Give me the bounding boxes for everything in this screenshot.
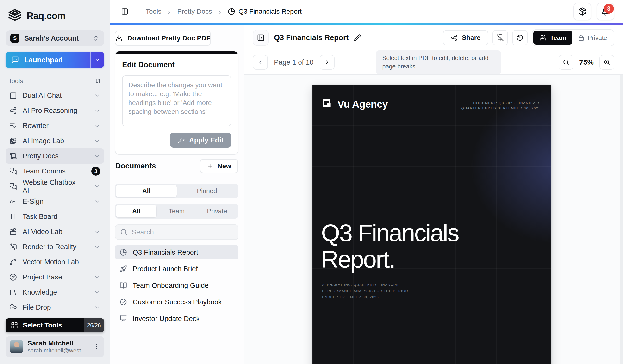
download-icon <box>115 35 123 42</box>
package-search-button[interactable] <box>574 3 591 21</box>
zoom-out-button[interactable] <box>558 55 574 70</box>
pdf-subtitle-line2: PERFORMANCE ANALYSIS FOR THE PERIOD <box>322 288 408 294</box>
visibility-private-button[interactable]: Private <box>572 31 613 45</box>
tab-private[interactable]: Private <box>197 205 237 217</box>
tab-all[interactable]: All <box>116 185 177 197</box>
list-item-investor-update[interactable]: Investor Update Deck <box>115 311 238 326</box>
sidebar-item-e-sign[interactable]: E-Sign <box>5 194 104 209</box>
unpin-button[interactable] <box>492 30 508 45</box>
sidebar-item-render-to-reality[interactable]: Render to Reality <box>5 239 104 255</box>
collapse-panel-button[interactable] <box>253 30 269 46</box>
breadcrumb-pretty-docs[interactable]: Pretty Docs <box>177 8 212 15</box>
user-card[interactable]: Sarah Mitchell sarah.mitchell@westbur... <box>5 336 104 357</box>
pdf-divider-rule <box>322 213 353 213</box>
messages-icon <box>9 168 17 175</box>
columns-icon <box>9 92 17 99</box>
account-label: Sarah's Account <box>24 34 88 42</box>
list-item-customer-success[interactable]: Customer Success Playbook <box>115 295 238 309</box>
pdf-meta-line1: DOCUMENT: Q3 2025 FINANCIALS <box>462 100 541 106</box>
account-switcher[interactable]: S Sarah's Account <box>5 30 104 46</box>
sidebar-item-ai-pro-reasoning[interactable]: AI Pro Reasoning <box>5 103 104 118</box>
select-tools-main[interactable]: Select Tools <box>5 318 84 332</box>
list-item-q3-financials[interactable]: Q3 Financials Report <box>115 245 238 259</box>
page-navigation-bar: Page 1 of 10 Select text in PDF to edit,… <box>244 50 623 75</box>
sidebar-toggle-icon[interactable] <box>121 7 129 16</box>
sidebar-item-ai-image-lab[interactable]: AI Image Lab <box>5 133 104 149</box>
sidebar-bottom: Select Tools 26/26 Sarah Mitchell sarah.… <box>5 318 104 357</box>
sort-icon[interactable] <box>95 78 101 84</box>
pdf-page[interactable]: Vu Agency DOCUMENT: Q3 2025 FINANCIALS Q… <box>312 85 551 364</box>
chevron-right-icon <box>167 9 172 14</box>
images-icon <box>9 137 17 145</box>
launchpad-main[interactable]: Launchpad <box>5 52 90 68</box>
sidebar-item-dual-ai-chat[interactable]: Dual AI Chat <box>5 88 104 103</box>
chevron-down-icon <box>94 289 100 296</box>
download-pdf-label: Download Pretty Doc PDF <box>127 34 210 42</box>
tab-team[interactable]: Team <box>156 205 197 217</box>
share-button[interactable]: Share <box>443 30 488 45</box>
tools-nav: Dual AI Chat AI Pro Reasoning Rewriter A… <box>5 88 104 330</box>
scrollbar[interactable] <box>620 75 623 364</box>
visibility-team-button[interactable]: Team <box>533 31 572 45</box>
main-area: Tools Pretty Docs Q3 Financials Report 3 <box>110 0 623 364</box>
brand: Raq.com <box>5 0 104 23</box>
user-meta: Sarah Mitchell sarah.mitchell@westbur... <box>28 340 89 354</box>
tab-all[interactable]: All <box>116 205 156 217</box>
sidebar-item-task-board[interactable]: Task Board <box>5 209 104 224</box>
lock-icon <box>578 35 584 41</box>
zoom-out-icon <box>563 59 569 65</box>
sidebar-item-project-base[interactable]: Project Base <box>5 270 104 285</box>
pdf-canvas[interactable]: Vu Agency DOCUMENT: Q3 2025 FINANCIALS Q… <box>244 75 623 364</box>
new-document-button[interactable]: New <box>200 159 238 173</box>
chevron-down-icon <box>94 229 100 235</box>
chevron-down-icon <box>94 274 100 280</box>
download-pdf-button[interactable]: Download Pretty Doc PDF <box>115 31 211 46</box>
chevron-down-icon <box>94 198 100 205</box>
notifications-button[interactable]: 3 <box>597 3 614 21</box>
sidebar-item-vector-motion-lab[interactable]: Vector Motion Lab <box>5 255 104 270</box>
sidebar-item-ai-video-lab[interactable]: AI Video Lab <box>5 224 104 239</box>
pdf-meta-line2: QUARTER ENDED SEPTEMBER 30, 2025 <box>462 106 541 111</box>
sidebar-item-website-chatbox-ai[interactable]: Website Chatbox AI <box>5 179 104 194</box>
list-item-label: Investor Update Deck <box>133 315 200 323</box>
sidebar-item-team-comms[interactable]: Team Comms 3 <box>5 164 104 179</box>
apply-edit-label: Apply Edit <box>189 136 223 144</box>
sidebar-item-pretty-docs[interactable]: Pretty Docs <box>5 149 104 164</box>
apply-edit-button[interactable]: Apply Edit <box>170 133 231 148</box>
list-checks-icon <box>9 122 17 129</box>
sidebar-item-knowledge[interactable]: Knowledge <box>5 285 104 300</box>
sidebar-item-rewriter[interactable]: Rewriter <box>5 118 104 133</box>
launchpad-button[interactable]: Launchpad <box>5 52 104 68</box>
visibility-private-label: Private <box>588 34 607 42</box>
document-tools-panel: Download Pretty Doc PDF Edit Document Ap… <box>110 25 244 364</box>
previous-page-button[interactable] <box>253 55 268 70</box>
document-search <box>115 224 238 240</box>
tab-pinned[interactable]: Pinned <box>177 185 237 197</box>
history-button[interactable] <box>512 30 528 45</box>
edit-title-button[interactable] <box>354 34 361 41</box>
layout-grid-icon <box>11 322 18 329</box>
visibility-toggle: Team Private <box>532 29 614 46</box>
sidebar-item-label: AI Image Lab <box>22 137 64 145</box>
launchpad-label: Launchpad <box>24 56 63 64</box>
sidebar-item-label: Knowledge <box>22 288 57 296</box>
zoom-in-button[interactable] <box>600 55 614 70</box>
breadcrumb-tools[interactable]: Tools <box>146 8 161 15</box>
network-icon <box>9 107 17 114</box>
sidebar-item-label: AI Pro Reasoning <box>22 107 77 115</box>
select-tools-button[interactable]: Select Tools 26/26 <box>5 318 104 332</box>
pie-chart-icon <box>120 249 127 256</box>
user-menu-button[interactable] <box>93 343 100 350</box>
next-page-button[interactable] <box>320 55 334 70</box>
launchpad-expand[interactable] <box>90 52 104 68</box>
chevron-down-icon <box>94 123 100 129</box>
search-input[interactable] <box>132 228 233 236</box>
app-root: Raq.com S Sarah's Account Launchpad Tool… <box>0 0 623 364</box>
list-item-team-onboarding[interactable]: Team Onboarding Guide <box>115 278 238 293</box>
sidebar-item-label: Render to Reality <box>22 243 76 251</box>
sidebar-item-file-drop[interactable]: File Drop <box>5 300 104 315</box>
edit-instructions-input[interactable] <box>122 75 231 126</box>
card-accent-bar <box>115 51 238 54</box>
zoom-in-icon <box>604 59 610 65</box>
list-item-product-launch[interactable]: Product Launch Brief <box>115 262 238 276</box>
